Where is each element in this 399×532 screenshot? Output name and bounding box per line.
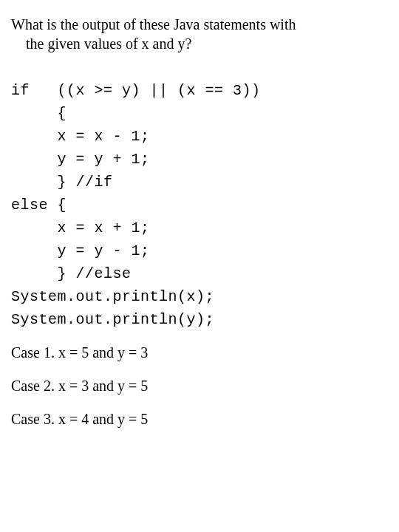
code-line-4: y = y + 1;	[11, 151, 150, 168]
code-line-5: } //if	[11, 174, 113, 191]
case-1: Case 1. x = 5 and y = 3	[11, 344, 388, 361]
code-line-7: x = x + 1;	[11, 219, 150, 236]
case-2: Case 2. x = 3 and y = 5	[11, 378, 388, 395]
code-line-3: x = x - 1;	[11, 128, 150, 145]
question-line-1: What is the output of these Java stateme…	[11, 15, 388, 34]
question-line-2: the given values of x and y?	[11, 34, 388, 53]
code-line-6: else {	[11, 197, 66, 214]
code-line-10: System.out.println(x);	[11, 288, 214, 305]
code-block: if ((x >= y) || (x == 3)) { x = x - 1; y…	[11, 56, 388, 331]
code-line-1: if ((x >= y) || (x == 3))	[11, 82, 261, 99]
code-line-2: {	[11, 105, 66, 122]
code-line-8: y = y - 1;	[11, 242, 150, 259]
code-line-9: } //else	[11, 265, 132, 282]
code-line-11: System.out.println(y);	[11, 311, 214, 328]
question-text: What is the output of these Java stateme…	[11, 15, 388, 53]
case-3: Case 3. x = 4 and y = 5	[11, 411, 388, 428]
